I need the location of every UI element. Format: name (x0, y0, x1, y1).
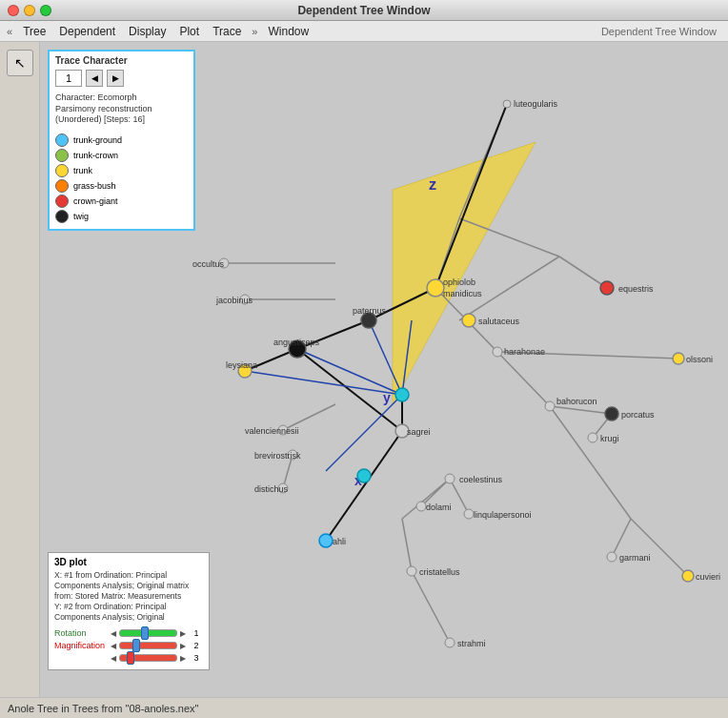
legend-color-grass-bush (55, 179, 69, 193)
svg-line-34 (326, 395, 402, 471)
svg-line-10 (497, 352, 550, 406)
slider3-right-arrow[interactable]: ▶ (180, 654, 186, 663)
svg-point-79 (682, 570, 694, 582)
legend-label-grass-bush: grass-bush (73, 181, 116, 191)
rotation-thumb[interactable] (141, 626, 149, 640)
magnification-left-arrow[interactable]: ◀ (111, 642, 116, 650)
magnification-label: Magnification (54, 641, 107, 650)
svg-point-45 (462, 314, 475, 327)
legend-label-trunk-ground: trunk-ground (73, 135, 122, 145)
svg-line-9 (550, 406, 612, 414)
svg-text:olssoni: olssoni (686, 355, 713, 364)
trace-panel-title: Trace Character (55, 55, 188, 66)
plot-description: X: #1 from Ordination: Principal Compone… (54, 570, 203, 623)
svg-text:distichus: distichus (254, 484, 289, 494)
maximize-button[interactable] (40, 5, 51, 16)
svg-text:jacobinus: jacobinus (215, 296, 253, 305)
svg-point-55 (673, 353, 684, 364)
menu-item-dependent[interactable]: Dependent (53, 23, 121, 40)
menu-item-window[interactable]: Window (262, 23, 314, 40)
svg-text:porcatus: porcatus (621, 410, 655, 420)
slider3-track[interactable] (119, 654, 177, 662)
legend-trunk-crown: trunk-crown (55, 149, 188, 162)
svg-point-75 (445, 638, 455, 647)
svg-point-38 (503, 100, 511, 108)
svg-point-59 (588, 433, 597, 442)
magnification-slider-row: Magnification ◀ ▶ 2 (54, 641, 203, 650)
menu-nav-back[interactable]: « (4, 25, 15, 38)
status-text: Anole Tree in Trees from "08-anoles.nex" (8, 703, 198, 714)
rotation-value: 1 (190, 628, 203, 638)
svg-text:ahli: ahli (333, 537, 346, 546)
svg-line-11 (612, 519, 631, 557)
legend-color-trunk-crown (55, 149, 69, 162)
trace-step-forward-button[interactable]: ▶ (107, 70, 124, 87)
legend-grass-bush: grass-bush (55, 179, 188, 193)
slider3-value: 3 (190, 653, 203, 663)
plot-info-panel: 3D plot X: #1 from Ordination: Principal… (48, 552, 210, 670)
menu-item-trace[interactable]: Trace (207, 23, 247, 40)
plot-panel-title: 3D plot (54, 557, 203, 567)
legend-color-twig (55, 210, 69, 223)
svg-line-30 (245, 371, 402, 395)
legend-label-trunk: trunk (73, 166, 92, 175)
svg-point-73 (407, 566, 416, 576)
rotation-slider[interactable] (119, 629, 177, 637)
svg-line-15 (402, 519, 412, 571)
window-controls[interactable] (8, 5, 51, 16)
svg-text:valenciennesii: valenciennesii (245, 426, 299, 436)
svg-text:dolami: dolami (426, 503, 452, 512)
svg-text:paternus: paternus (353, 306, 387, 316)
svg-line-13 (550, 406, 631, 519)
menu-item-display[interactable]: Display (123, 23, 172, 40)
left-toolbar: ↖ (0, 42, 40, 697)
svg-text:strahmi: strahmi (457, 639, 486, 648)
status-bar: Anole Tree in Trees from "08-anoles.nex" (0, 697, 728, 718)
menu-left: « Tree Dependent Display Plot Trace » Wi… (4, 23, 314, 40)
svg-text:ophiolob: ophiolob (443, 277, 475, 287)
rotation-slider-row: Rotation ◀ ▶ 1 (54, 628, 203, 638)
rotation-right-arrow[interactable]: ▶ (180, 629, 186, 638)
menu-right-label: Dependent Tree Window (601, 26, 724, 37)
legend-label-crown-giant: crown-giant (73, 196, 118, 206)
svg-point-57 (605, 407, 618, 421)
legend-color-trunk (55, 164, 69, 177)
svg-text:occultus: occultus (192, 259, 225, 269)
svg-point-61 (545, 401, 555, 411)
legend-trunk: trunk (55, 164, 188, 177)
minimize-button[interactable] (24, 5, 35, 16)
svg-text:linqulapersonoi: linqulapersonoi (474, 510, 532, 520)
slider3-left-arrow[interactable]: ◀ (111, 654, 116, 663)
svg-point-53 (493, 347, 502, 357)
menu-item-tree[interactable]: Tree (17, 23, 51, 40)
magnification-right-arrow[interactable]: ▶ (180, 642, 186, 650)
window-title: Dependent Tree Window (297, 4, 430, 17)
legend-twig: twig (55, 210, 188, 223)
menu-item-plot[interactable]: Plot (173, 23, 205, 40)
svg-text:cristatellus: cristatellus (419, 567, 460, 577)
menu-nav-forward[interactable]: » (249, 25, 260, 38)
svg-text:z: z (429, 176, 436, 193)
svg-text:brevirostrisk: brevirostrisk (254, 451, 301, 461)
close-button[interactable] (8, 5, 19, 16)
legend-trunk-ground: trunk-ground (55, 133, 188, 147)
svg-text:y: y (383, 390, 391, 405)
trace-step-input[interactable] (55, 70, 82, 87)
title-bar: Dependent Tree Window (0, 0, 728, 21)
magnification-thumb[interactable] (132, 639, 140, 652)
slider3-row: ◀ ▶ 3 (54, 653, 203, 663)
slider3-thumb[interactable] (127, 651, 134, 665)
magnification-slider[interactable] (119, 642, 177, 649)
cursor-icon: ↖ (14, 55, 26, 71)
menu-bar: « Tree Dependent Display Plot Trace » Wi… (0, 21, 728, 42)
svg-point-40 (600, 281, 614, 295)
rotation-left-arrow[interactable]: ◀ (111, 629, 116, 638)
svg-point-92 (395, 388, 409, 401)
svg-text:coelestinus: coelestinus (459, 475, 503, 484)
svg-point-71 (445, 474, 455, 483)
cursor-tool-button[interactable]: ↖ (7, 50, 33, 76)
legend-label-twig: twig (73, 212, 89, 221)
svg-point-89 (416, 502, 426, 511)
svg-text:equestris: equestris (618, 284, 654, 294)
trace-step-back-button[interactable]: ◀ (86, 70, 103, 87)
